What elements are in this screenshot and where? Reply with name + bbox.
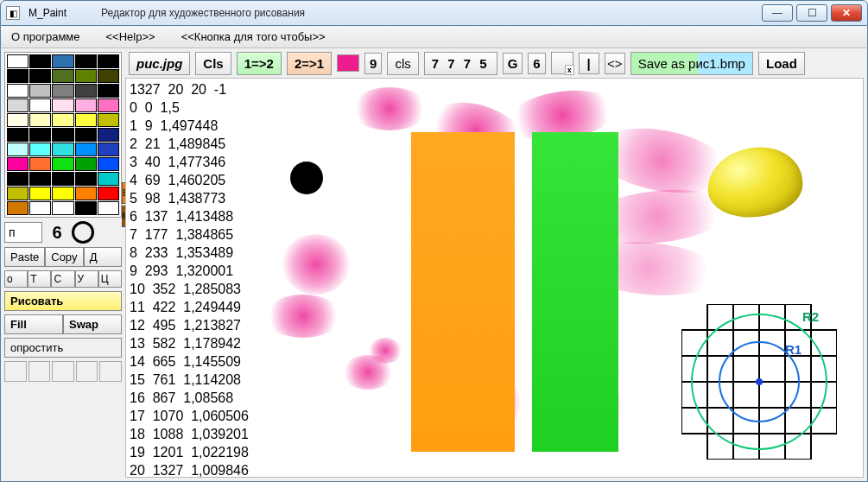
draw-button[interactable]: Рисовать xyxy=(4,291,122,311)
diamond-button[interactable]: <> xyxy=(605,53,625,74)
palette-swatch[interactable] xyxy=(98,143,119,156)
palette-swatch[interactable] xyxy=(52,143,73,156)
palette-swatch[interactable] xyxy=(29,69,51,83)
palette-swatch[interactable] xyxy=(75,157,97,171)
palette-swatch[interactable] xyxy=(98,201,119,215)
palette-swatch[interactable] xyxy=(98,187,119,200)
palette-swatch[interactable] xyxy=(52,201,73,215)
palette-swatch[interactable] xyxy=(98,98,119,112)
palette-swatch[interactable] xyxy=(98,172,119,186)
palette-swatch[interactable] xyxy=(52,98,73,112)
palette-swatch[interactable] xyxy=(7,157,29,171)
close-button[interactable]: ✕ xyxy=(831,4,862,22)
palette-swatch[interactable] xyxy=(7,201,29,215)
u-button[interactable]: У xyxy=(75,270,98,288)
palette-swatch[interactable] xyxy=(75,54,97,68)
recent-swatch[interactable] xyxy=(4,361,27,382)
palette-swatch[interactable] xyxy=(7,84,29,98)
recent-swatch[interactable] xyxy=(52,361,74,382)
color-palette[interactable]: BM xyxy=(4,52,122,218)
paste-button[interactable]: Paste xyxy=(4,247,45,267)
cls-button-2[interactable]: cls xyxy=(387,52,418,75)
palette-swatch[interactable] xyxy=(7,143,29,156)
palette-swatch[interactable] xyxy=(52,113,73,127)
palette-swatch[interactable] xyxy=(29,172,51,186)
load-button[interactable]: Load xyxy=(758,52,805,75)
palette-swatch[interactable] xyxy=(29,157,51,171)
t-button[interactable]: Т xyxy=(28,270,51,288)
palette-swatch[interactable] xyxy=(52,69,73,83)
save-as-button[interactable]: Save as рис1.bmp xyxy=(630,52,753,75)
two-to-one-button[interactable]: 2=>1 xyxy=(287,52,332,75)
palette-swatch[interactable] xyxy=(98,157,119,171)
palette-swatch[interactable] xyxy=(29,113,51,127)
palette-swatch[interactable] xyxy=(7,54,29,68)
palette-swatch[interactable] xyxy=(52,128,73,142)
black-dot xyxy=(290,162,323,194)
palette-swatch[interactable] xyxy=(98,113,119,127)
copy-button[interactable]: Copy xyxy=(45,247,83,267)
six-label[interactable]: 6 xyxy=(528,53,545,74)
palette-swatch[interactable] xyxy=(75,98,97,112)
palette-swatch[interactable] xyxy=(52,84,73,98)
fill-button[interactable]: Fill xyxy=(4,314,63,334)
menu-help[interactable]: <<Help>> xyxy=(106,30,155,43)
palette-swatch[interactable] xyxy=(52,172,73,186)
palette-swatch[interactable] xyxy=(29,84,51,98)
minimize-button[interactable]: — xyxy=(762,4,793,22)
one-to-two-button[interactable]: 1=>2 xyxy=(237,52,282,75)
recent-swatch[interactable] xyxy=(29,361,51,382)
palette-swatch[interactable] xyxy=(29,187,51,200)
canvas[interactable]: 1327 20 20 -1 0 0 1,5 1 9 1,497448 2 21 … xyxy=(125,78,864,478)
palette-swatch[interactable] xyxy=(75,143,97,156)
palette-swatch[interactable] xyxy=(29,54,51,68)
maximize-button[interactable]: ☐ xyxy=(796,4,827,22)
palette-swatch[interactable] xyxy=(52,157,73,171)
bar-button[interactable]: | xyxy=(579,53,599,74)
o-button[interactable]: о xyxy=(4,270,28,288)
current-color-swatch[interactable] xyxy=(337,54,359,72)
palette-swatch[interactable] xyxy=(7,128,29,142)
ring-icon[interactable] xyxy=(72,221,94,244)
palette-swatch[interactable] xyxy=(75,84,97,98)
s-button[interactable]: С xyxy=(51,270,74,288)
palette-swatch[interactable] xyxy=(7,172,29,186)
palette-swatch[interactable] xyxy=(29,143,51,156)
paint-stroke xyxy=(368,338,402,364)
palette-swatch[interactable] xyxy=(75,187,97,200)
recent-swatch[interactable] xyxy=(99,361,122,382)
palette-swatch[interactable] xyxy=(7,69,29,83)
filename-label[interactable]: рис.jpg xyxy=(129,52,190,75)
simplify-button[interactable]: опростить xyxy=(4,338,122,358)
palette-swatch[interactable] xyxy=(75,172,97,186)
palette-swatch[interactable] xyxy=(75,201,97,215)
recent-swatch[interactable] xyxy=(76,361,98,382)
palette-swatch[interactable] xyxy=(52,187,73,200)
menu-about[interactable]: О программе xyxy=(11,30,80,43)
svg-rect-21 xyxy=(811,382,837,408)
digits-display[interactable]: 7 7 7 5 xyxy=(424,52,497,75)
cls-button-1[interactable]: Cls xyxy=(195,52,231,75)
g-button[interactable]: G xyxy=(503,53,523,74)
palette-swatch[interactable] xyxy=(7,113,29,127)
palette-swatch[interactable] xyxy=(98,128,119,142)
palette-swatch[interactable] xyxy=(29,201,51,215)
brush-text-input[interactable] xyxy=(4,222,42,243)
palette-swatch[interactable] xyxy=(75,69,97,83)
palette-swatch[interactable] xyxy=(98,54,119,68)
d-button[interactable]: Д xyxy=(84,247,122,267)
palette-swatch[interactable] xyxy=(52,54,73,68)
ts-button[interactable]: Ц xyxy=(98,270,122,288)
palette-swatch[interactable] xyxy=(29,128,51,142)
palette-swatch[interactable] xyxy=(7,98,29,112)
palette-swatch[interactable] xyxy=(75,128,97,142)
palette-swatch[interactable] xyxy=(75,113,97,127)
menu-button-for[interactable]: <<Кнопка для того чтобы>> xyxy=(181,30,326,43)
palette-swatch[interactable] xyxy=(98,69,119,83)
swap-button[interactable]: Swap xyxy=(63,314,122,334)
x-button[interactable]: x xyxy=(551,52,573,74)
palette-swatch[interactable] xyxy=(98,84,119,98)
palette-swatch[interactable] xyxy=(29,98,51,112)
palette-swatch[interactable] xyxy=(7,187,29,200)
nine-label[interactable]: 9 xyxy=(364,53,382,74)
